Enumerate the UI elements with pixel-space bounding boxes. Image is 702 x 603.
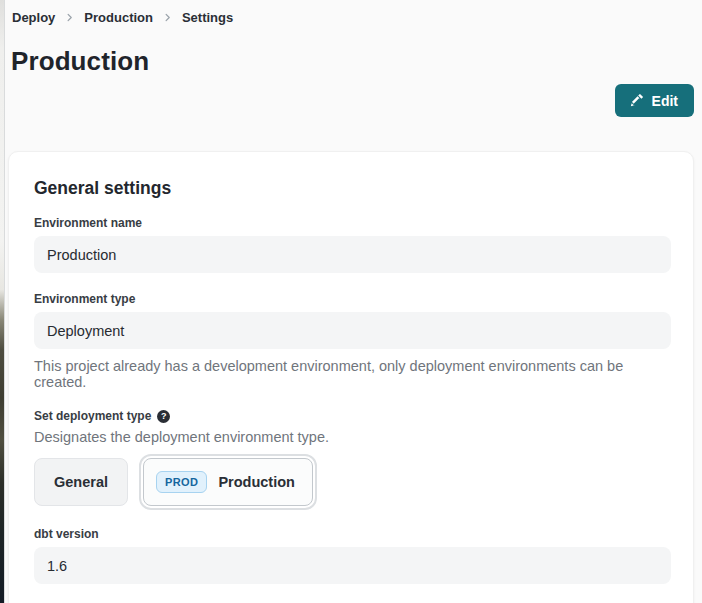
deployment-type-production-label: Production [218, 474, 295, 490]
chevron-right-icon [64, 12, 75, 23]
deployment-type-general-button[interactable]: General [34, 458, 128, 506]
breadcrumb-production[interactable]: Production [84, 10, 153, 25]
question-circle-icon[interactable] [157, 410, 170, 423]
header-actions: Edit [0, 84, 694, 117]
environment-settings-page: Deploy Production Settings Production Ed… [0, 0, 702, 603]
environment-type-input[interactable]: Deployment [34, 312, 671, 349]
environment-name-field: Environment name Production [34, 216, 669, 273]
deployment-type-section: Set deployment type Designates the deplo… [34, 409, 669, 506]
card-heading: General settings [34, 178, 669, 199]
environment-type-help-text: This project already has a development e… [34, 358, 669, 390]
page-title: Production [11, 46, 702, 77]
environment-name-label: Environment name [34, 216, 669, 230]
breadcrumb: Deploy Production Settings [12, 10, 702, 25]
deployment-type-options: General PROD Production [34, 458, 669, 506]
edit-button[interactable]: Edit [615, 84, 694, 117]
dbt-version-input[interactable]: 1.6 [34, 547, 671, 584]
dbt-version-label: dbt version [34, 527, 669, 541]
breadcrumb-settings: Settings [182, 10, 233, 25]
environment-type-field: Environment type Deployment This project… [34, 292, 669, 390]
chevron-right-icon [162, 12, 173, 23]
deployment-type-label-row: Set deployment type [34, 409, 669, 423]
environment-name-input[interactable]: Production [34, 236, 671, 273]
breadcrumb-deploy[interactable]: Deploy [12, 10, 55, 25]
deployment-type-label: Set deployment type [34, 409, 151, 423]
general-settings-card: General settings Environment name Produc… [8, 151, 694, 603]
prod-badge: PROD [156, 471, 207, 493]
dbt-version-field: dbt version 1.6 [34, 527, 669, 584]
edit-button-label: Edit [652, 93, 678, 109]
deployment-type-production-button[interactable]: PROD Production [143, 458, 313, 506]
deployment-type-description: Designates the deployment environment ty… [34, 429, 669, 445]
environment-type-label: Environment type [34, 292, 669, 306]
pencil-icon [629, 94, 643, 108]
